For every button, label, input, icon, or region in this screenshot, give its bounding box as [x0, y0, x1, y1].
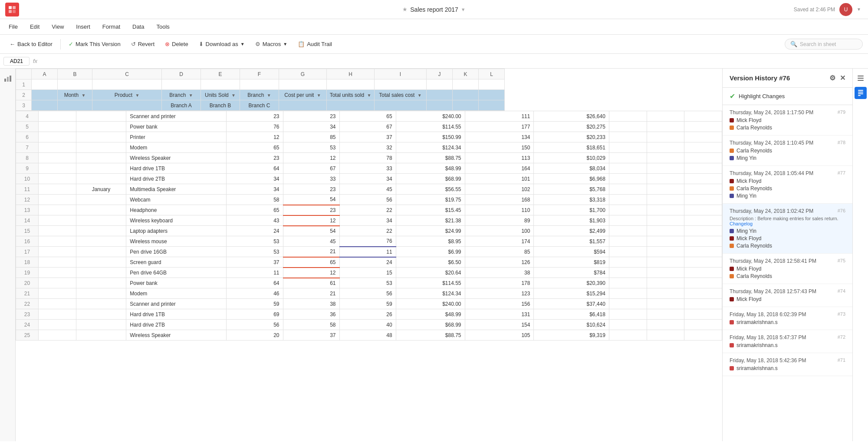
- user-avatar[interactable]: U: [839, 3, 852, 16]
- product-cell[interactable]: Wireless keyboard: [126, 215, 227, 226]
- product-cell[interactable]: Wireless Speaker: [126, 330, 227, 341]
- version-entry[interactable]: Thursday, May 24, 2018 1:10:45 PM #78 Ca…: [723, 136, 852, 166]
- month-cell[interactable]: [76, 236, 126, 247]
- version-entry[interactable]: Friday, May 18, 2018 6:02:39 PM #73 srir…: [723, 307, 852, 330]
- month-cell[interactable]: [76, 142, 126, 153]
- title-chevron-icon: ▼: [461, 7, 466, 12]
- month-cell[interactable]: [76, 268, 126, 278]
- product-cell[interactable]: Pen drive 16GB: [126, 247, 227, 257]
- changelog-link[interactable]: Changelog: [730, 221, 753, 226]
- version-entry[interactable]: Thursday, May 24, 2018 12:58:41 PM #75 M…: [723, 254, 852, 284]
- product-cell[interactable]: Power bank: [126, 122, 227, 132]
- version-entry[interactable]: Thursday, May 24, 2018 1:02:42 PM #76 De…: [723, 204, 852, 254]
- user-entry: Ming Yin: [730, 155, 845, 161]
- table-row: 11JanuaryMultimedia Speaker342345$56.551…: [16, 184, 722, 195]
- month-cell[interactable]: [76, 278, 126, 288]
- product-cell[interactable]: Scanner and printer: [126, 111, 227, 122]
- product-cell[interactable]: Wireless mouse: [126, 236, 227, 247]
- version-number: #72: [838, 334, 845, 341]
- version-entry[interactable]: Friday, May 18, 2018 5:47:37 PM #72 srir…: [723, 330, 852, 353]
- product-cell[interactable]: Webcam: [126, 195, 227, 205]
- month-cell[interactable]: [76, 309, 126, 320]
- version-date: Thursday, May 24, 2018 12:58:41 PM: [730, 258, 816, 264]
- month-cell[interactable]: January: [76, 184, 126, 195]
- spreadsheet[interactable]: A B C D E F G H I J K L 1: [16, 69, 722, 441]
- product-cell[interactable]: Multimedia Speaker: [126, 184, 227, 195]
- panel-toggle-button[interactable]: [855, 72, 867, 84]
- product-cell[interactable]: Power bank: [126, 278, 227, 288]
- product-cell[interactable]: Hard drive 1TB: [126, 163, 227, 174]
- cost-per-unit-header: Cost per unit ▼: [279, 90, 327, 100]
- table-row: 13Headphone652322$15.45110$1,700: [16, 205, 722, 215]
- row-num: 1: [16, 79, 32, 90]
- month-cell[interactable]: [76, 288, 126, 299]
- version-entry[interactable]: Thursday, May 24, 2018 1:05:44 PM #77 Mi…: [723, 166, 852, 204]
- month-cell[interactable]: [76, 174, 126, 184]
- settings-icon[interactable]: ⚙: [829, 74, 835, 82]
- menu-format[interactable]: Format: [101, 22, 122, 32]
- sub-header-row: 3 Branch A Branch B Branch C: [16, 100, 505, 111]
- product-cell[interactable]: Printer: [126, 132, 227, 142]
- menu-data[interactable]: Data: [131, 22, 146, 32]
- month-cell[interactable]: [76, 226, 126, 236]
- row-num: 8: [16, 153, 39, 163]
- search-box[interactable]: 🔍 Search in sheet: [785, 39, 863, 50]
- month-cell[interactable]: [76, 330, 126, 341]
- svg-rect-3: [13, 10, 16, 13]
- menu-insert[interactable]: Insert: [74, 22, 92, 32]
- version-entry[interactable]: Friday, May 18, 2018 5:42:36 PM #71 srir…: [723, 353, 852, 376]
- version-date: Thursday, May 24, 2018 1:17:50 PM: [730, 109, 813, 116]
- revert-button[interactable]: ↺ Revert: [127, 39, 159, 50]
- product-cell[interactable]: Screen guard: [126, 257, 227, 268]
- month-cell[interactable]: [76, 299, 126, 309]
- version-entry[interactable]: Thursday, May 24, 2018 1:17:50 PM #79 Mi…: [723, 105, 852, 136]
- product-cell[interactable]: Scanner and printer: [126, 299, 227, 309]
- version-history-icon[interactable]: [855, 87, 867, 99]
- col-header-k: K: [453, 69, 479, 79]
- document-title[interactable]: ★ Sales report 2017 ▼: [402, 6, 465, 13]
- month-cell[interactable]: [76, 195, 126, 205]
- month-cell[interactable]: [76, 111, 126, 122]
- month-cell[interactable]: [76, 320, 126, 330]
- month-cell[interactable]: [76, 215, 126, 226]
- total-units-header: Total units sold ▼: [327, 90, 375, 100]
- product-cell[interactable]: Wireless Speaker: [126, 153, 227, 163]
- svg-rect-2: [9, 10, 12, 13]
- month-cell[interactable]: [76, 257, 126, 268]
- month-cell[interactable]: [76, 247, 126, 257]
- download-button[interactable]: ⬇ Download as ▼: [194, 39, 249, 50]
- row-num: 15: [16, 226, 39, 236]
- month-cell[interactable]: [76, 132, 126, 142]
- menu-view[interactable]: View: [50, 22, 66, 32]
- row-num: 6: [16, 132, 39, 142]
- user-entry: Carla Reynolds: [730, 185, 845, 192]
- product-cell[interactable]: Modem: [126, 142, 227, 153]
- menu-edit[interactable]: Edit: [28, 22, 41, 32]
- product-cell[interactable]: Hard drive 2TB: [126, 174, 227, 184]
- month-cell[interactable]: [76, 163, 126, 174]
- month-cell[interactable]: [76, 153, 126, 163]
- product-cell[interactable]: Hard drive 1TB: [126, 309, 227, 320]
- table-row: 6Printer128537$150.99134$20,233: [16, 132, 722, 142]
- product-cell[interactable]: Headphone: [126, 205, 227, 215]
- month-cell[interactable]: [76, 122, 126, 132]
- back-to-editor-button[interactable]: ← Back to Editor: [5, 39, 57, 50]
- close-icon[interactable]: ✕: [840, 74, 845, 82]
- svg-rect-12: [858, 93, 863, 94]
- product-cell[interactable]: Modem: [126, 288, 227, 299]
- product-cell[interactable]: Pen drive 64GB: [126, 268, 227, 278]
- cell-reference-input[interactable]: [3, 57, 30, 66]
- version-entry[interactable]: Thursday, May 24, 2018 12:57:43 PM #74 M…: [723, 284, 852, 307]
- chart-icon[interactable]: [2, 72, 14, 84]
- product-cell[interactable]: Laptop adapters: [126, 226, 227, 236]
- mark-version-button[interactable]: ✓ Mark This Version: [64, 39, 125, 50]
- top-bar-right: Saved at 2:46 PM U ▼: [794, 3, 861, 16]
- menu-tools[interactable]: Tools: [155, 22, 171, 32]
- month-cell[interactable]: [76, 205, 126, 215]
- product-cell[interactable]: Hard drive 2TB: [126, 320, 227, 330]
- revert-icon: ↺: [131, 41, 136, 47]
- audit-trail-button[interactable]: 📋 Audit Trail: [293, 39, 336, 50]
- delete-button[interactable]: ⊗ Delete: [161, 39, 193, 50]
- macros-button[interactable]: ⚙ Macros ▼: [251, 39, 292, 50]
- menu-file[interactable]: File: [7, 22, 20, 32]
